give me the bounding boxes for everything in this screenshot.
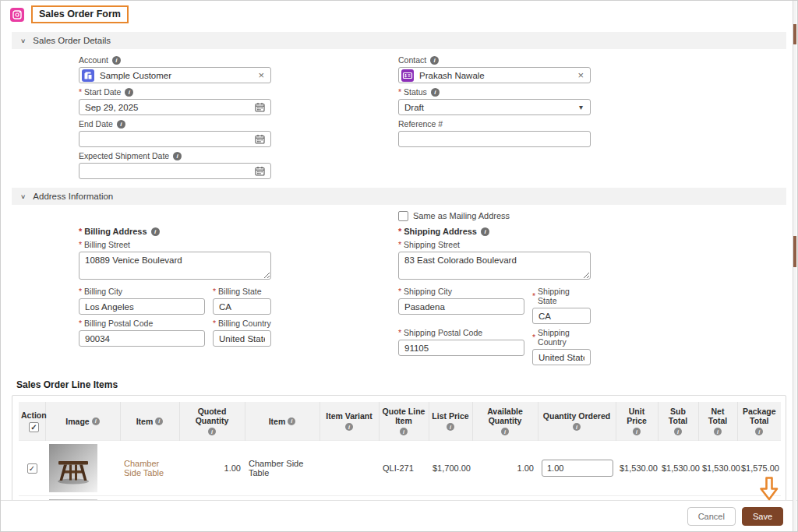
info-icon[interactable]: i — [92, 417, 100, 425]
annotation-arrow-icon — [760, 477, 779, 505]
billing-city-input[interactable] — [79, 299, 204, 314]
line-items-title: Sales Order Line Items — [16, 379, 797, 390]
col-item2: Itemi — [245, 402, 320, 441]
info-icon[interactable]: i — [674, 428, 682, 435]
section-title: Sales Order Details — [33, 36, 111, 45]
section-title: Address Information — [33, 192, 113, 201]
calendar-icon[interactable] — [249, 102, 270, 112]
info-icon[interactable]: i — [481, 227, 489, 236]
info-icon[interactable]: i — [125, 88, 133, 97]
clear-icon[interactable]: × — [571, 69, 590, 81]
billing-state-label: Billing State — [218, 287, 261, 296]
cancel-button[interactable]: Cancel — [687, 507, 736, 526]
shipping-street-label: Shipping Street — [404, 240, 460, 249]
vertical-scrollbar[interactable] — [793, 1, 796, 531]
chevron-down-icon[interactable]: ∨ — [20, 193, 26, 200]
contact-field: Contact i × — [398, 55, 591, 83]
billing-street-input[interactable]: 10889 Venice Boulevard — [79, 252, 271, 280]
chevron-down-icon[interactable]: ∨ — [20, 37, 26, 44]
contact-record-icon — [401, 69, 414, 82]
info-icon[interactable]: i — [501, 428, 509, 435]
status-select[interactable]: Draft ▾ — [398, 99, 591, 115]
col-item-variant: Item Varianti — [320, 402, 379, 441]
col-quantity-ordered: Quantity Orderedi — [538, 402, 616, 441]
shipping-postal-code-input[interactable] — [399, 340, 524, 355]
billing-state-input[interactable] — [214, 299, 270, 314]
status-label: Status — [404, 87, 427, 97]
info-icon[interactable]: i — [755, 428, 763, 435]
clear-icon[interactable]: × — [252, 69, 270, 81]
info-icon[interactable]: i — [633, 428, 641, 435]
item-cell: Chamber Side Table — [245, 441, 320, 496]
shipping-city-field: *Shipping City — [398, 287, 524, 324]
start-date-label: Start Date — [84, 87, 121, 97]
info-icon[interactable]: i — [112, 56, 121, 65]
billing-country-label: Billing Country — [218, 319, 271, 328]
end-date-input[interactable] — [79, 132, 249, 146]
account-field: Account i × — [79, 55, 271, 83]
row-checkbox[interactable]: ✓ — [27, 463, 37, 474]
available-quantity-cell: 1.00 — [472, 441, 538, 496]
save-button[interactable]: Save — [742, 507, 783, 526]
shipping-street-input[interactable]: 83 East Colorado Boulevard — [398, 252, 591, 280]
billing-country-field: *Billing Country — [213, 319, 271, 347]
contact-input[interactable] — [414, 68, 571, 83]
shipping-country-label: Shipping Country — [538, 328, 591, 347]
info-icon[interactable]: i — [151, 227, 160, 236]
col-item: Itemi — [120, 402, 179, 441]
billing-street-label: Billing Street — [84, 240, 130, 249]
info-icon[interactable]: i — [431, 88, 440, 97]
info-icon[interactable]: i — [288, 417, 295, 425]
select-all-checkbox[interactable]: ✓ — [29, 422, 39, 432]
sub-total-cell: $1,530.00 — [658, 441, 698, 496]
address-form: * Billing Address i *Billing Street 1088… — [1, 205, 797, 368]
quote-line-item-cell: QLI-271 — [379, 441, 429, 496]
same-as-mailing-checkbox[interactable] — [398, 211, 408, 221]
shipping-state-input[interactable] — [533, 308, 590, 323]
dropdown-arrow-icon[interactable]: ▾ — [572, 103, 590, 111]
account-label: Account i — [79, 55, 271, 65]
calendar-icon[interactable] — [249, 166, 270, 176]
start-date-input[interactable] — [79, 100, 249, 115]
info-icon[interactable]: i — [155, 417, 163, 425]
billing-postal-code-input[interactable] — [79, 331, 204, 346]
info-icon[interactable]: i — [400, 428, 408, 435]
info-icon[interactable]: i — [573, 423, 581, 431]
info-icon[interactable]: i — [430, 56, 439, 65]
col-net-total: Net Totali — [698, 402, 737, 441]
info-icon[interactable]: i — [208, 428, 216, 435]
same-as-mailing-row: Same as Mailing Address — [398, 210, 591, 222]
billing-postal-code-field: *Billing Postal Code — [79, 319, 205, 347]
status-selected-value: Draft — [399, 103, 572, 112]
col-sub-total: Sub Totali — [658, 402, 698, 441]
account-input[interactable] — [94, 68, 252, 83]
calendar-icon[interactable] — [249, 134, 270, 144]
col-quote-line-item: Quote Line Itemi — [379, 402, 429, 441]
list-price-cell: $1,700.00 — [429, 441, 472, 496]
shipping-postal-code-label: Shipping Postal Code — [404, 328, 482, 337]
sales-order-form-page: Sales Order Form ∨ Sales Order Details A… — [0, 0, 798, 532]
quantity-ordered-input[interactable] — [542, 460, 613, 477]
info-icon[interactable]: i — [117, 120, 125, 129]
item-link[interactable]: Chamber Side Table — [124, 459, 164, 477]
billing-city-label: Billing City — [84, 287, 122, 296]
shipping-city-input[interactable] — [399, 299, 524, 314]
col-package-total: Package Totali — [737, 402, 781, 441]
required-marker: * — [398, 87, 401, 97]
info-icon[interactable]: i — [345, 423, 353, 431]
info-icon[interactable]: i — [447, 423, 454, 431]
form-app-icon — [10, 8, 24, 22]
billing-state-field: *Billing State — [213, 287, 271, 315]
info-icon[interactable]: i — [173, 152, 182, 160]
expected-shipment-date-input[interactable] — [79, 164, 249, 178]
section-sales-order-details[interactable]: ∨ Sales Order Details — [12, 32, 786, 49]
reference-input[interactable] — [399, 132, 590, 146]
shipping-state-label: Shipping State — [538, 287, 591, 305]
billing-country-input[interactable] — [214, 331, 270, 346]
col-available-quantity: Available Quantityi — [472, 402, 538, 441]
shipping-postal-code-field: *Shipping Postal Code — [398, 328, 524, 365]
shipping-country-input[interactable] — [533, 350, 590, 365]
info-icon[interactable]: i — [714, 428, 722, 435]
shipping-address-heading: * Shipping Address i — [398, 227, 591, 236]
section-address-information[interactable]: ∨ Address Information — [12, 188, 786, 205]
